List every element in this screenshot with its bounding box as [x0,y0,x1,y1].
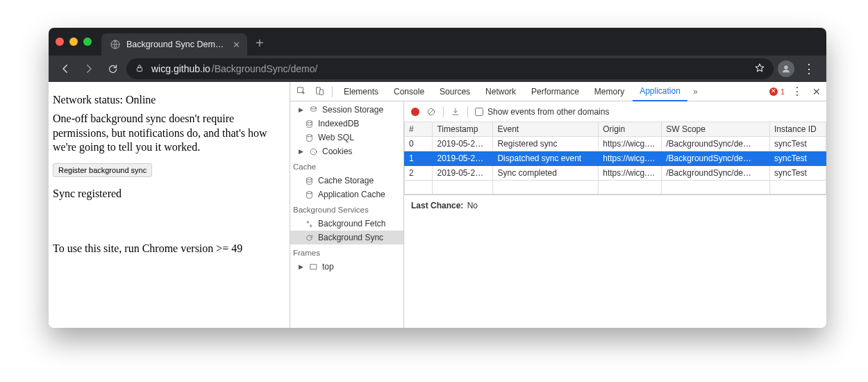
page-blurb: One-off background sync doesn't require … [53,112,283,155]
error-icon: ✕ [769,88,778,96]
show-other-domains-checkbox[interactable]: Show events from other domains [475,107,609,117]
reload-button[interactable] [103,59,122,78]
sidebar-section-bgservices: Background Services [293,206,403,214]
devtools-tabbar: Elements Console Sources Network Perform… [290,82,826,101]
table-cell: syncTest [770,137,826,151]
detail-label: Last Chance: [411,201,463,210]
sidebar-section-frames: Frames [293,249,403,257]
tab-elements[interactable]: Elements [337,82,385,101]
tab-sources[interactable]: Sources [433,82,477,101]
table-cell: 2 [405,166,433,181]
col-header[interactable]: Event [493,122,599,137]
detail-value: No [467,201,478,210]
application-main: Show events from other domains # Tim [404,101,826,328]
svg-rect-14 [310,264,317,269]
table-cell: /BackgroundSync/de… [662,137,770,151]
sidebar-item-cookies[interactable]: ▶ Cookies [290,144,403,158]
window-maximize-icon[interactable] [83,38,92,46]
download-icon[interactable] [451,107,460,117]
inspect-element-icon[interactable] [293,83,310,100]
error-count-badge[interactable]: ✕ 1 [769,88,785,96]
window-minimize-icon[interactable] [69,38,78,46]
svg-point-8 [306,134,312,136]
table-cell: https://wicg.… [599,166,662,181]
bookmark-star-icon[interactable] [754,63,765,76]
table-row[interactable]: 22019-05-2…Sync completedhttps://wicg.…/… [405,166,826,181]
address-bar[interactable]: wicg.github.io/BackgroundSync/demo/ [126,58,774,79]
table-row[interactable]: 02019-05-2…Registered synchttps://wicg.…… [405,137,826,151]
col-header[interactable]: Instance ID [770,122,826,137]
table-cell: /BackgroundSync/de… [662,166,770,181]
clear-icon[interactable] [426,107,436,117]
table-cell: syncTest [770,151,826,166]
application-sidebar: ▶ Session Storage IndexedDB Web SQL ▶ [290,101,404,328]
sidebar-item-frame-top[interactable]: ▶ top [290,260,403,274]
content-area: Network status: Online One-off backgroun… [49,82,826,328]
tab-close-icon[interactable]: ✕ [233,40,240,49]
svg-rect-5 [319,90,323,95]
tab-console[interactable]: Console [387,82,431,101]
events-table: # Timestamp Event Origin SW Scope Instan… [404,122,826,195]
storage-icon [308,106,318,115]
device-toggle-icon[interactable] [311,83,328,100]
devtools-close-button[interactable]: ✕ [810,86,824,97]
browser-tab[interactable]: Background Sync Demonstratic ✕ [101,33,247,56]
sidebar-item-cache-storage[interactable]: Cache Storage [290,174,403,188]
register-sync-button[interactable]: Register background sync [53,163,152,177]
sidebar-item-indexeddb[interactable]: IndexedDB [290,117,403,131]
tab-memory[interactable]: Memory [587,82,631,101]
browser-window: Background Sync Demonstratic ✕ + wicg.gi… [49,28,826,328]
chevron-right-icon: ▶ [299,263,304,270]
devtools-menu-button[interactable]: ⋮ [789,85,806,98]
globe-icon [110,39,121,50]
col-header[interactable]: # [405,122,433,137]
svg-point-9 [310,149,317,155]
event-detail: Last Chance: No [404,195,826,216]
lock-icon [135,63,144,75]
checkbox-input[interactable] [475,108,483,116]
sync-status: Sync registered [53,187,283,201]
window-close-icon[interactable] [56,38,64,46]
page-viewport: Network status: Online One-off backgroun… [49,82,290,328]
sidebar-item-background-fetch[interactable]: Background Fetch [290,217,403,231]
forward-button[interactable] [79,59,99,78]
url-host: wicg.github.io [151,63,210,74]
sidebar-item-application-cache[interactable]: Application Cache [290,188,403,201]
devtools-panel: Elements Console Sources Network Perform… [290,82,826,328]
page-footer-note: To use this site, run Chrome version >= … [53,242,283,256]
browser-toolbar: wicg.github.io/BackgroundSync/demo/ ⋮ [49,56,826,82]
table-cell: syncTest [770,166,826,181]
new-tab-button[interactable]: + [256,35,264,51]
tab-performance[interactable]: Performance [524,82,586,101]
tab-title: Background Sync Demonstratic [126,40,227,49]
tab-network[interactable]: Network [478,82,523,101]
sidebar-item-session-storage[interactable]: ▶ Session Storage [290,103,403,117]
table-cell: 1 [405,151,433,166]
svg-point-13 [306,191,312,193]
col-header[interactable]: Timestamp [433,122,493,137]
table-row [405,181,826,194]
sidebar-item-websql[interactable]: Web SQL [290,131,403,144]
network-status: Network status: Online [53,93,283,108]
bg-sync-toolbar: Show events from other domains [404,101,826,122]
svg-point-10 [312,150,312,151]
table-cell: Dispatched sync event [493,151,599,166]
browser-menu-button[interactable]: ⋮ [799,61,819,76]
table-row[interactable]: 12019-05-2…Dispatched sync eventhttps://… [405,151,826,166]
profile-avatar[interactable] [778,60,794,77]
window-controls [56,38,92,46]
table-cell: /BackgroundSync/de… [662,151,770,166]
svg-rect-1 [137,67,142,71]
svg-point-11 [314,152,315,153]
tabs-overflow-icon[interactable]: » [689,87,702,97]
table-cell: Registered sync [493,137,599,151]
record-button[interactable] [411,108,419,116]
svg-point-7 [306,120,312,122]
back-button[interactable] [56,59,75,78]
tab-application[interactable]: Application [633,82,687,101]
col-header[interactable]: SW Scope [662,122,770,137]
database-icon [304,133,314,142]
svg-point-6 [310,106,316,108]
sidebar-item-background-sync[interactable]: Background Sync [290,231,403,244]
col-header[interactable]: Origin [599,122,662,137]
